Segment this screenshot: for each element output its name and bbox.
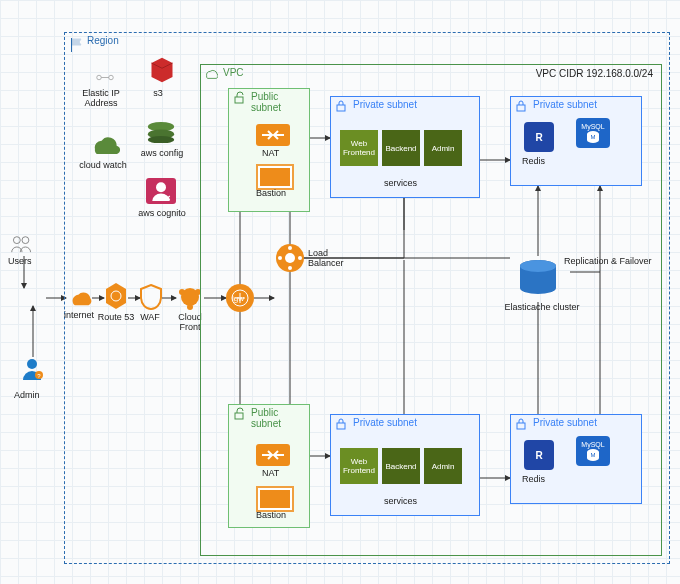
vpc-cidr: VPC CIDR 192.168.0.0/24 xyxy=(536,68,653,79)
admin-svc-2: Admin xyxy=(424,448,462,484)
svg-point-7 xyxy=(156,182,166,192)
admin-icon: ? xyxy=(20,356,44,380)
svg-point-17 xyxy=(187,304,193,310)
lb-label: Load Balancer xyxy=(308,248,358,268)
redis1-label: Redis xyxy=(522,156,545,166)
svg-point-26 xyxy=(298,256,302,260)
web-frontend-1: Web Frontend xyxy=(340,130,378,166)
services2-label: services xyxy=(384,496,417,506)
flag-icon xyxy=(69,37,85,53)
lock-icon xyxy=(514,99,528,113)
pub1-label: Public subnet xyxy=(251,91,309,113)
svg-point-6 xyxy=(148,136,174,144)
s3-icon xyxy=(148,56,176,84)
svg-rect-20 xyxy=(517,105,525,111)
priv-db2-label: Private subnet xyxy=(533,417,597,428)
nat2-label: NAT xyxy=(262,468,279,478)
svg-point-9 xyxy=(22,237,29,244)
awsconfig-label: aws config xyxy=(134,148,190,158)
nat-1 xyxy=(256,124,290,146)
svg-rect-19 xyxy=(337,105,345,111)
cloudwatch-icon xyxy=(90,132,120,156)
pub2-label: Public subnet xyxy=(251,407,295,429)
bastion1-label: Bastion xyxy=(256,188,286,198)
mysql2-label: MySQL xyxy=(581,441,604,448)
route53-label: Route 53 xyxy=(96,312,136,322)
cognito-label: aws cognito xyxy=(134,208,190,218)
lock-icon xyxy=(334,417,348,431)
nat-2 xyxy=(256,444,290,466)
svg-rect-32 xyxy=(337,423,345,429)
region-label: Region xyxy=(87,35,119,46)
svg-point-30 xyxy=(520,260,556,272)
vpc-icon xyxy=(204,67,218,81)
users-label: Users xyxy=(8,256,32,266)
svg-text:M: M xyxy=(591,452,596,458)
awsconfig-icon xyxy=(146,120,176,144)
users-icon xyxy=(10,234,34,254)
svg-point-24 xyxy=(285,253,295,263)
priv-app2-label: Private subnet xyxy=(353,417,417,428)
s3-label: s3 xyxy=(138,88,178,98)
elasticache-label: Elasticache cluster xyxy=(498,302,586,312)
redis-2: R xyxy=(524,440,554,470)
waf-label: WAF xyxy=(132,312,168,322)
waf-icon xyxy=(140,284,162,310)
bastion2-label: Bastion xyxy=(256,510,286,520)
svg-point-28 xyxy=(278,256,282,260)
svg-point-25 xyxy=(288,246,292,250)
svg-point-27 xyxy=(288,266,292,270)
elasticache-icon xyxy=(516,258,560,298)
services1-label: services xyxy=(384,178,417,188)
internet-label: internet xyxy=(64,310,94,320)
lock-open-icon xyxy=(232,407,246,421)
bastion-2 xyxy=(256,486,294,512)
eip-icon xyxy=(96,72,114,82)
redis-1: R xyxy=(524,122,554,152)
svg-point-1 xyxy=(97,75,102,80)
mysql-2: MySQL M xyxy=(576,436,610,466)
vpc-label: VPC xyxy=(223,67,244,78)
lock-open-icon xyxy=(232,91,246,105)
diagram-canvas: Region Elastic IP Address s3 cloud watch… xyxy=(0,0,680,584)
svg-point-10 xyxy=(27,359,37,369)
web-frontend-2: Web Frontend xyxy=(340,448,378,484)
admin-label: Admin xyxy=(14,390,40,400)
svg-point-2 xyxy=(109,75,114,80)
mysql-1: MySQL M xyxy=(576,118,610,148)
internet-icon xyxy=(68,286,92,308)
cognito-icon xyxy=(146,178,176,204)
mysql1-label: MySQL xyxy=(581,123,604,130)
svg-rect-18 xyxy=(235,97,243,103)
svg-rect-31 xyxy=(235,413,243,419)
eip-label: Elastic IP Address xyxy=(78,88,124,108)
svg-point-15 xyxy=(179,289,185,295)
priv-app1-label: Private subnet xyxy=(353,99,417,110)
priv-db1-label: Private subnet xyxy=(533,99,597,110)
igw-label: igw xyxy=(232,294,244,303)
lock-icon xyxy=(334,99,348,113)
backend-1: Backend xyxy=(382,130,420,166)
load-balancer xyxy=(276,244,304,272)
svg-point-8 xyxy=(13,237,20,244)
svg-rect-33 xyxy=(517,423,525,429)
admin-svc-1: Admin xyxy=(424,130,462,166)
route53-icon xyxy=(104,282,128,310)
cloudwatch-label: cloud watch xyxy=(78,160,128,170)
bastion-1 xyxy=(256,164,294,190)
svg-text:M: M xyxy=(591,134,596,140)
redis2-label: Redis xyxy=(522,474,545,484)
lock-icon xyxy=(514,417,528,431)
backend-2: Backend xyxy=(382,448,420,484)
nat1-label: NAT xyxy=(262,148,279,158)
replication-label: Replication & Failover xyxy=(564,256,664,266)
